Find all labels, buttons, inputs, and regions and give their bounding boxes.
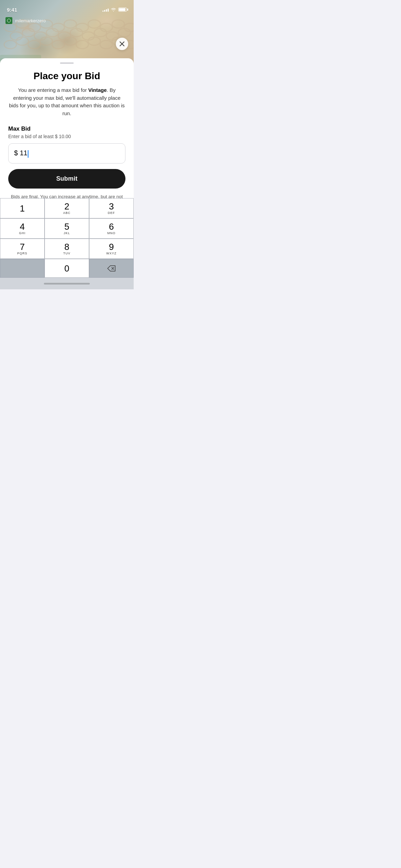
text-cursor [28, 150, 28, 158]
store-logo [5, 17, 12, 24]
key-7[interactable]: 7 PQRS [0, 239, 45, 259]
key-1[interactable]: 1 [0, 198, 45, 218]
svg-point-25 [52, 40, 64, 49]
svg-point-21 [4, 40, 16, 49]
key-5[interactable]: 5 JKL [45, 218, 89, 239]
field-label: Max Bid [8, 125, 125, 132]
submit-button[interactable]: Submit [8, 169, 125, 189]
battery-icon [118, 8, 127, 12]
username-text: milemarkerzero [15, 18, 46, 23]
key-9[interactable]: 9 WXYZ [89, 239, 134, 259]
wifi-icon [111, 8, 116, 12]
username-bar: milemarkerzero [0, 15, 134, 26]
status-bar: 9:41 [0, 0, 134, 15]
bid-input-wrapper[interactable]: $ 11 [8, 143, 125, 164]
status-time: 9:41 [7, 7, 17, 13]
key-3[interactable]: 3 DEF [89, 198, 134, 218]
close-button[interactable] [116, 38, 128, 50]
home-bar [44, 283, 90, 285]
keyboard: 1 2 ABC 3 DEF 4 GHI 5 JKL 6 MNO 7 PQRS 8 [0, 198, 134, 289]
close-icon [120, 41, 124, 46]
status-icons [102, 8, 127, 12]
key-empty [0, 259, 45, 278]
svg-point-29 [100, 40, 112, 49]
svg-point-27 [76, 40, 88, 49]
key-backspace[interactable] [89, 259, 134, 278]
svg-point-23 [28, 40, 40, 49]
signal-icon [102, 8, 109, 12]
sheet-description: You are entering a max bid for Vintage. … [8, 86, 125, 117]
key-0[interactable]: 0 [45, 259, 89, 278]
key-4[interactable]: 4 GHI [0, 218, 45, 239]
sheet-title: Place your Bid [8, 71, 125, 82]
key-8[interactable]: 8 TUV [45, 239, 89, 259]
bid-input-value[interactable]: $ 11 [14, 149, 27, 157]
keyboard-grid: 1 2 ABC 3 DEF 4 GHI 5 JKL 6 MNO 7 PQRS 8 [0, 198, 134, 278]
field-hint: Enter a bid of at least $ 10.00 [8, 134, 125, 139]
svg-point-34 [7, 19, 11, 22]
key-6[interactable]: 6 MNO [89, 218, 134, 239]
home-indicator [0, 278, 134, 289]
sheet-handle [60, 62, 74, 64]
backspace-icon [107, 265, 116, 272]
auction-name: Vintage [88, 87, 107, 93]
key-2[interactable]: 2 ABC [45, 198, 89, 218]
